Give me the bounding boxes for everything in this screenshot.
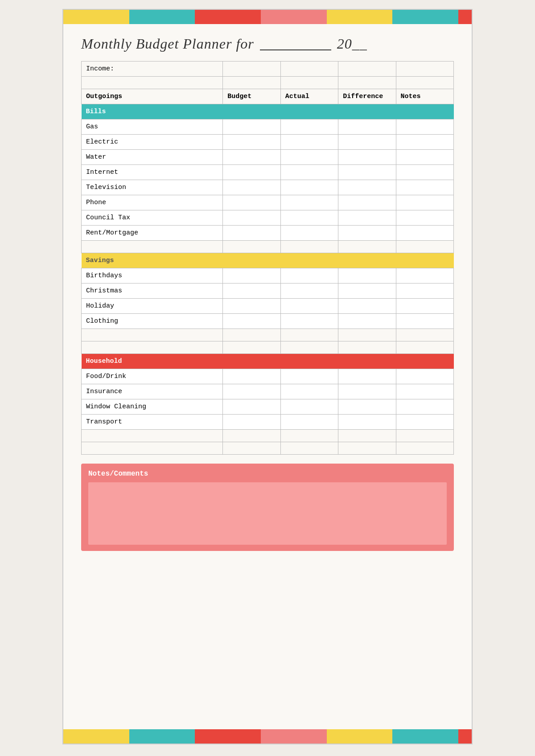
television-budget[interactable] <box>223 180 280 195</box>
internet-notes[interactable] <box>396 165 453 180</box>
row-food-drink: Food/Drink <box>82 369 454 384</box>
spacer-row-1 <box>82 77 454 89</box>
label-electric: Electric <box>82 135 223 150</box>
label-birthdays: Birthdays <box>82 268 223 284</box>
bills-label: Bills <box>82 104 454 119</box>
phone-difference[interactable] <box>338 195 396 210</box>
phone-budget[interactable] <box>223 195 280 210</box>
food-budget[interactable] <box>223 369 280 384</box>
row-window-cleaning: Window Cleaning <box>82 399 454 415</box>
rent-notes[interactable] <box>396 226 453 241</box>
bar-pink-1 <box>261 10 327 24</box>
bar-red-1 <box>195 10 261 24</box>
council-tax-notes[interactable] <box>396 210 453 226</box>
christmas-actual[interactable] <box>280 284 338 299</box>
household-section-header: Household <box>82 354 454 369</box>
row-internet: Internet <box>82 165 454 180</box>
label-food-drink: Food/Drink <box>82 369 223 384</box>
electric-actual[interactable] <box>280 135 338 150</box>
electric-notes[interactable] <box>396 135 453 150</box>
gas-budget[interactable] <box>223 119 280 135</box>
row-phone: Phone <box>82 195 454 210</box>
rent-budget[interactable] <box>223 226 280 241</box>
internet-difference[interactable] <box>338 165 396 180</box>
bottom-bar-red-1 <box>195 729 261 744</box>
television-actual[interactable] <box>280 180 338 195</box>
water-difference[interactable] <box>338 150 396 165</box>
col-notes: Notes <box>396 89 453 104</box>
bottom-color-bar <box>63 729 472 744</box>
clothing-notes[interactable] <box>396 314 453 329</box>
holiday-difference[interactable] <box>338 299 396 314</box>
transport-notes[interactable] <box>396 415 453 430</box>
savings-section-header: Savings <box>82 253 454 268</box>
label-water: Water <box>82 150 223 165</box>
bottom-bar-yellow-2 <box>327 729 393 744</box>
notes-content-area[interactable] <box>88 482 447 545</box>
christmas-notes[interactable] <box>396 284 453 299</box>
label-internet: Internet <box>82 165 223 180</box>
title-year-line: __ <box>352 36 367 52</box>
television-difference[interactable] <box>338 180 396 195</box>
phone-notes[interactable] <box>396 195 453 210</box>
window-cleaning-difference[interactable] <box>338 399 396 415</box>
clothing-difference[interactable] <box>338 314 396 329</box>
water-actual[interactable] <box>280 150 338 165</box>
window-cleaning-actual[interactable] <box>280 399 338 415</box>
row-television: Television <box>82 180 454 195</box>
page-title: Monthly Budget Planner for 20__ <box>81 33 454 52</box>
television-notes[interactable] <box>396 180 453 195</box>
window-cleaning-notes[interactable] <box>396 399 453 415</box>
birthdays-notes[interactable] <box>396 268 453 284</box>
row-water: Water <box>82 150 454 165</box>
income-actual <box>280 62 338 77</box>
electric-difference[interactable] <box>338 135 396 150</box>
holiday-actual[interactable] <box>280 299 338 314</box>
food-actual[interactable] <box>280 369 338 384</box>
food-difference[interactable] <box>338 369 396 384</box>
gas-difference[interactable] <box>338 119 396 135</box>
transport-difference[interactable] <box>338 415 396 430</box>
water-notes[interactable] <box>396 150 453 165</box>
income-row: Income: <box>82 62 454 77</box>
internet-actual[interactable] <box>280 165 338 180</box>
internet-budget[interactable] <box>223 165 280 180</box>
savings-label: Savings <box>82 253 454 268</box>
bottom-bar-yellow-1 <box>63 729 129 744</box>
insurance-difference[interactable] <box>338 384 396 399</box>
christmas-difference[interactable] <box>338 284 396 299</box>
birthdays-actual[interactable] <box>280 268 338 284</box>
phone-actual[interactable] <box>280 195 338 210</box>
food-notes[interactable] <box>396 369 453 384</box>
water-budget[interactable] <box>223 150 280 165</box>
rent-difference[interactable] <box>338 226 396 241</box>
label-council-tax: Council Tax <box>82 210 223 226</box>
gas-actual[interactable] <box>280 119 338 135</box>
birthdays-difference[interactable] <box>338 268 396 284</box>
clothing-budget[interactable] <box>223 314 280 329</box>
row-transport: Transport <box>82 415 454 430</box>
insurance-actual[interactable] <box>280 384 338 399</box>
council-tax-difference[interactable] <box>338 210 396 226</box>
insurance-budget[interactable] <box>223 384 280 399</box>
electric-budget[interactable] <box>223 135 280 150</box>
council-tax-actual[interactable] <box>280 210 338 226</box>
title-year-prefix: 20 <box>337 36 352 52</box>
income-difference <box>338 62 396 77</box>
insurance-notes[interactable] <box>396 384 453 399</box>
bar-teal-2 <box>392 10 458 24</box>
gas-notes[interactable] <box>396 119 453 135</box>
council-tax-budget[interactable] <box>223 210 280 226</box>
birthdays-budget[interactable] <box>223 268 280 284</box>
clothing-actual[interactable] <box>280 314 338 329</box>
holiday-budget[interactable] <box>223 299 280 314</box>
christmas-budget[interactable] <box>223 284 280 299</box>
window-cleaning-budget[interactable] <box>223 399 280 415</box>
bottom-bar-teal-2 <box>392 729 458 744</box>
rent-actual[interactable] <box>280 226 338 241</box>
transport-actual[interactable] <box>280 415 338 430</box>
holiday-notes[interactable] <box>396 299 453 314</box>
transport-budget[interactable] <box>223 415 280 430</box>
top-color-bar <box>63 10 472 24</box>
notes-section: Notes/Comments <box>81 464 454 551</box>
